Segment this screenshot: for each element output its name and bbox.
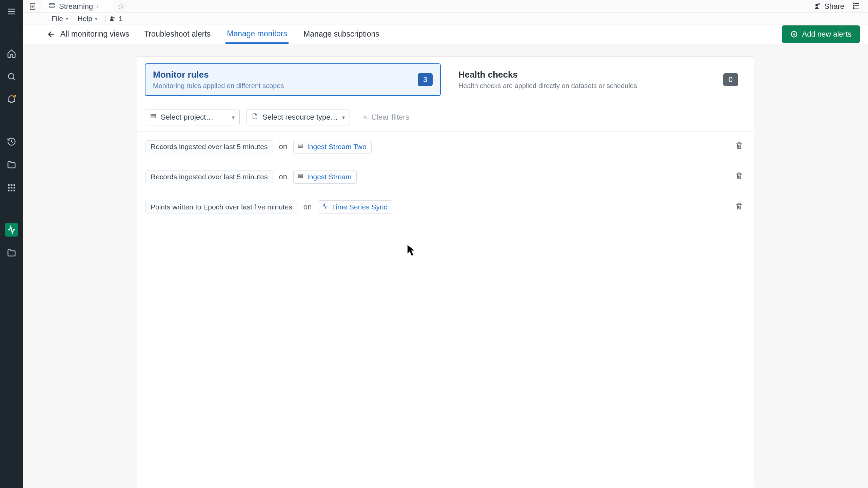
svg-point-15	[853, 7, 854, 8]
breadcrumb-tab[interactable]: Streaming ›	[42, 0, 113, 13]
delete-rule-button[interactable]	[733, 139, 746, 154]
svg-rect-2	[11, 184, 13, 186]
menu-bar: File▾ Help▾ 1	[23, 13, 868, 24]
svg-rect-20	[151, 117, 155, 118]
svg-rect-1	[8, 184, 10, 186]
project-select[interactable]: Select project… ▾	[145, 109, 240, 125]
svg-rect-4	[8, 187, 10, 189]
delete-rule-button[interactable]	[733, 169, 746, 184]
resource-chip[interactable]: Time Series Sync	[318, 200, 392, 214]
card-row: Monitor rules Monitoring rules applied o…	[137, 57, 754, 103]
add-alerts-label: Add new alerts	[802, 30, 851, 39]
monitor-rules-subtitle: Monitoring rules applied on different sc…	[153, 82, 284, 90]
breadcrumb-bar: Streaming › ☆ Share	[23, 0, 868, 13]
breadcrumb-title: Streaming	[59, 2, 93, 11]
filter-row: Select project… ▾ Select resource type… …	[137, 103, 754, 132]
back-button[interactable]: All monitoring views	[47, 29, 129, 39]
rule-label: Records ingested over last 5 minutes	[145, 140, 273, 153]
health-checks-title: Health checks	[458, 69, 637, 80]
svg-point-17	[113, 17, 115, 19]
share-button[interactable]: Share	[813, 2, 844, 11]
monitor-rules-count-badge: 3	[418, 73, 433, 86]
sync-icon	[321, 203, 328, 211]
file-menu[interactable]: File▾	[47, 15, 73, 23]
search-icon[interactable]	[5, 70, 18, 83]
hamburger-icon[interactable]	[5, 5, 18, 18]
notifications-icon[interactable]	[5, 93, 18, 106]
health-checks-card[interactable]: Health checks Health checks are applied …	[450, 63, 746, 96]
resource-chip[interactable]: Ingest Stream	[293, 170, 357, 184]
folder-alt-icon[interactable]	[5, 246, 18, 260]
svg-rect-22	[298, 146, 302, 147]
on-word: on	[273, 142, 293, 151]
resource-chip[interactable]: Ingest Stream Two	[293, 140, 372, 154]
share-label: Share	[824, 2, 844, 11]
caret-down-icon: ▾	[342, 114, 345, 121]
svg-rect-5	[11, 187, 13, 189]
file-icon	[252, 113, 258, 122]
back-label: All monitoring views	[60, 29, 129, 39]
apps-grid-icon[interactable]	[5, 181, 18, 195]
rule-row[interactable]: Points written to Epoch over last five m…	[137, 192, 754, 222]
rule-label: Records ingested over last 5 minutes	[145, 170, 273, 183]
svg-point-13	[853, 3, 854, 4]
resource-type-select[interactable]: Select resource type… ▾	[246, 109, 350, 125]
stream-icon	[297, 142, 304, 151]
content-area: Monitor rules Monitoring rules applied o…	[23, 44, 868, 488]
project-icon	[150, 113, 157, 122]
caret-down-icon: ▾	[95, 16, 97, 21]
divider	[105, 15, 106, 22]
health-checks-subtitle: Health checks are applied directly on da…	[458, 82, 637, 90]
svg-rect-19	[151, 115, 155, 116]
user-count[interactable]: 1	[109, 15, 123, 23]
document-icon[interactable]	[23, 0, 42, 13]
clear-filters-button[interactable]: Clear filters	[357, 113, 409, 122]
tab-manage-monitors[interactable]: Manage monitors	[225, 24, 289, 44]
svg-rect-11	[50, 3, 55, 5]
resource-name: Time Series Sync	[332, 203, 387, 211]
page-container: Streaming › ☆ Share File▾ Help▾ 1	[23, 0, 868, 488]
svg-rect-3	[14, 184, 15, 186]
rule-row[interactable]: Records ingested over last 5 minutesonIn…	[137, 132, 754, 162]
left-nav-rail	[0, 0, 23, 488]
svg-rect-12	[50, 6, 55, 7]
monitors-panel: Monitor rules Monitoring rules applied o…	[137, 56, 754, 488]
home-icon[interactable]	[5, 47, 18, 60]
tab-manage-subscriptions[interactable]: Manage subscriptions	[302, 25, 381, 43]
add-new-alerts-button[interactable]: Add new alerts	[782, 25, 860, 43]
svg-rect-8	[11, 190, 13, 191]
favorite-star-icon[interactable]: ☆	[113, 1, 125, 12]
svg-rect-21	[298, 144, 302, 145]
resource-name: Ingest Stream	[307, 173, 352, 181]
resource-select-label: Select resource type…	[262, 113, 338, 122]
tab-troubleshoot-alerts[interactable]: Troubleshoot alerts	[143, 25, 212, 43]
panel-toggle-icon[interactable]	[852, 2, 861, 11]
svg-rect-23	[298, 174, 302, 175]
svg-rect-24	[298, 177, 302, 178]
health-checks-count-badge: 0	[723, 73, 738, 86]
action-bar: All monitoring views Troubleshoot alerts…	[23, 24, 868, 44]
monitor-rules-card[interactable]: Monitor rules Monitoring rules applied o…	[145, 63, 441, 96]
resource-name: Ingest Stream Two	[307, 143, 367, 151]
caret-down-icon: ▾	[66, 16, 68, 21]
rule-row[interactable]: Records ingested over last 5 minutesonIn…	[137, 162, 754, 192]
svg-rect-7	[8, 190, 10, 191]
stream-icon	[297, 172, 304, 181]
on-word: on	[273, 172, 293, 181]
rule-label: Points written to Epoch over last five m…	[145, 201, 297, 214]
monitor-rules-title: Monitor rules	[153, 69, 284, 80]
project-select-label: Select project…	[161, 113, 213, 122]
svg-point-16	[111, 16, 113, 19]
help-menu[interactable]: Help▾	[73, 15, 102, 23]
history-icon[interactable]	[5, 135, 18, 148]
notification-dot	[14, 94, 17, 98]
monitoring-icon[interactable]	[5, 223, 18, 237]
caret-down-icon: ▾	[232, 114, 235, 121]
folder-icon[interactable]	[5, 158, 18, 171]
svg-point-0	[8, 74, 14, 79]
rules-list: Records ingested over last 5 minutesonIn…	[137, 132, 754, 222]
on-word: on	[297, 203, 318, 211]
delete-rule-button[interactable]	[733, 200, 746, 215]
svg-rect-6	[14, 187, 15, 189]
clear-filters-label: Clear filters	[372, 113, 409, 122]
